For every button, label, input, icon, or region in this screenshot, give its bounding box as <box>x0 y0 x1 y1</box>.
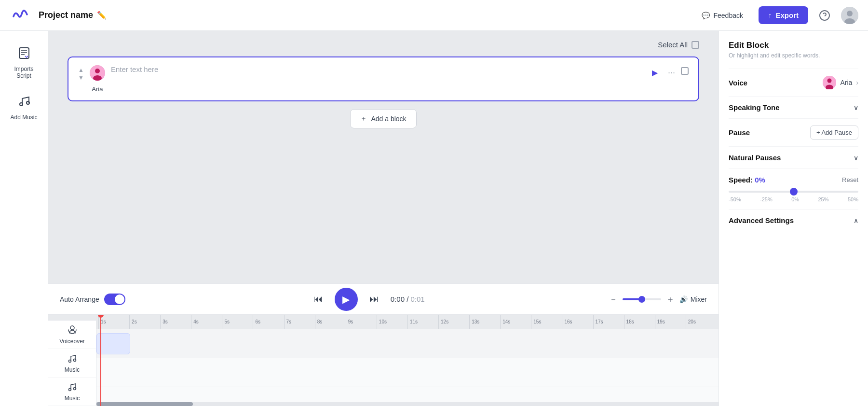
edit-block-subtitle: Or highlight and edit specific words. <box>729 52 858 59</box>
logo <box>10 5 31 26</box>
natural-pauses-chevron-icon: ∨ <box>854 154 858 162</box>
block-arrows: ▲ ▼ <box>78 65 84 81</box>
imports-script-icon <box>17 46 31 63</box>
mixer-label: 🔊 Mixer <box>679 295 707 303</box>
auto-arrange-toggle[interactable] <box>104 294 125 305</box>
voice-selector-avatar <box>823 76 836 89</box>
block-text-area[interactable]: Enter text here <box>111 65 642 74</box>
ruler-mark: 16s <box>562 315 593 329</box>
block-checkbox[interactable] <box>681 67 689 75</box>
timeline-label-music1[interactable]: Music <box>48 349 96 378</box>
natural-pauses-row[interactable]: Natural Pauses ∨ <box>729 146 858 168</box>
speed-mark-label: 0% <box>791 196 799 202</box>
edit-project-name-icon[interactable]: ✏️ <box>97 11 107 20</box>
timeline-labels: Voiceover Music Music <box>48 315 96 406</box>
script-editor: Select All ▲ ▼ <box>48 31 719 283</box>
mixer-area: － ＋ 🔊 Mixer <box>609 294 707 305</box>
svg-point-17 <box>68 389 71 391</box>
skip-back-button[interactable]: ⏮ <box>310 291 327 308</box>
sidebar-item-label-music: Add Music <box>10 114 37 121</box>
speed-mark-label: 25% <box>818 196 829 202</box>
add-pause-button[interactable]: + Add Pause <box>810 126 858 140</box>
volume-slider[interactable] <box>623 298 661 300</box>
block-header: ▲ ▼ Aria Enter text here <box>78 65 689 93</box>
timeline-scrollbar[interactable] <box>96 402 719 406</box>
speed-track[interactable] <box>729 191 858 193</box>
speaking-tone-label: Speaking Tone <box>729 103 780 112</box>
time-current: 0:00 <box>391 295 405 303</box>
speaking-tone-chevron-icon: ∨ <box>854 104 858 112</box>
edit-block-title: Edit Block <box>729 41 858 50</box>
export-button[interactable]: ↑ Export <box>759 6 808 24</box>
ruler-mark: 18s <box>624 315 655 329</box>
skip-forward-button[interactable]: ⏭ <box>366 291 383 308</box>
advanced-settings-chevron-icon: ∧ <box>854 217 858 224</box>
block-arrow-down[interactable]: ▼ <box>78 75 84 81</box>
main-layout: Imports Script Add Music Select All <box>0 31 868 406</box>
add-music-icon <box>17 95 31 111</box>
export-icon: ↑ <box>768 11 772 19</box>
auto-arrange-area: Auto Arrange <box>60 294 125 305</box>
svg-point-10 <box>27 101 29 104</box>
user-avatar[interactable] <box>841 7 858 24</box>
zoom-in-button[interactable]: ＋ <box>666 294 675 305</box>
zoom-out-button[interactable]: － <box>609 294 618 305</box>
svg-point-12 <box>95 69 100 73</box>
block-voice-avatar <box>90 65 105 81</box>
right-panel: Edit Block Or highlight and edit specifi… <box>719 31 868 406</box>
voiceover-label: Voiceover <box>59 338 85 345</box>
block-voice-name: Aria <box>92 85 103 93</box>
timeline-tracks: 1s2s3s4s5s6s7s8s9s10s11s12s13s14s15s16s1… <box>96 315 719 406</box>
left-sidebar: Imports Script Add Music <box>0 31 48 406</box>
voiceover-clip[interactable] <box>96 333 130 354</box>
speaking-tone-row[interactable]: Speaking Tone ∨ <box>729 96 858 118</box>
help-button[interactable] <box>816 7 833 24</box>
ruler-mark: 13s <box>469 315 500 329</box>
feedback-button[interactable]: 💬 Feedback <box>694 8 751 23</box>
track-row-music1 <box>96 358 719 387</box>
block-arrow-up[interactable]: ▲ <box>78 67 84 73</box>
music1-icon <box>67 353 78 364</box>
plus-icon: ＋ <box>360 114 367 123</box>
speed-mark-label: -50% <box>729 196 741 202</box>
music2-icon <box>67 381 78 393</box>
toggle-knob <box>115 294 124 304</box>
timeline-label-music2[interactable]: Music <box>48 378 96 406</box>
block-play-button[interactable]: ▶ <box>648 65 662 80</box>
track-row-voiceover <box>96 329 719 358</box>
speed-section: Speed: 0% Reset -50%-25%0%25%50% <box>729 168 858 209</box>
project-name-area: Project name ✏️ <box>39 10 694 20</box>
block-more-button[interactable]: ··· <box>668 68 675 78</box>
header-actions: 💬 Feedback ↑ Export <box>694 6 859 24</box>
voice-selector-name: Aria <box>840 79 852 86</box>
ruler-mark: 17s <box>593 315 624 329</box>
svg-point-3 <box>847 11 853 16</box>
sidebar-item-add-music[interactable]: Add Music <box>5 89 43 126</box>
ruler-mark: 3s <box>160 315 191 329</box>
ruler-mark: 11s <box>407 315 438 329</box>
voice-label: Voice <box>729 79 747 87</box>
block-actions: ▶ ··· <box>648 65 675 80</box>
select-all-checkbox[interactable] <box>692 41 699 49</box>
ruler-mark: 10s <box>377 315 407 329</box>
timeline-scrollbar-thumb <box>96 402 193 406</box>
timeline-label-voiceover[interactable]: Voiceover <box>48 321 96 349</box>
chevron-right-icon: › <box>856 79 858 86</box>
ruler-mark: 19s <box>655 315 686 329</box>
play-pause-button[interactable]: ▶ <box>335 288 358 311</box>
chat-icon: 💬 <box>702 12 710 19</box>
voice-selector[interactable]: Aria › <box>823 76 858 89</box>
ruler-mark: 14s <box>500 315 531 329</box>
ruler-mark: 20s <box>686 315 717 329</box>
sidebar-item-imports-script[interactable]: Imports Script <box>5 41 43 85</box>
add-block-button[interactable]: ＋ Add a block <box>350 109 416 128</box>
advanced-settings-label: Advanced Settings <box>729 216 794 224</box>
ruler-mark: 8s <box>315 315 346 329</box>
ruler-mark: 4s <box>191 315 222 329</box>
time-display: 0:00 / 0:01 <box>391 295 425 303</box>
transport-controls: ⏮ ▶ ⏭ 0:00 / 0:01 <box>137 288 597 311</box>
speed-reset-button[interactable]: Reset <box>842 176 858 183</box>
advanced-settings-row[interactable]: Advanced Settings ∧ <box>729 209 858 231</box>
select-all-button[interactable]: Select All <box>658 41 699 49</box>
speed-knob[interactable] <box>790 188 798 196</box>
